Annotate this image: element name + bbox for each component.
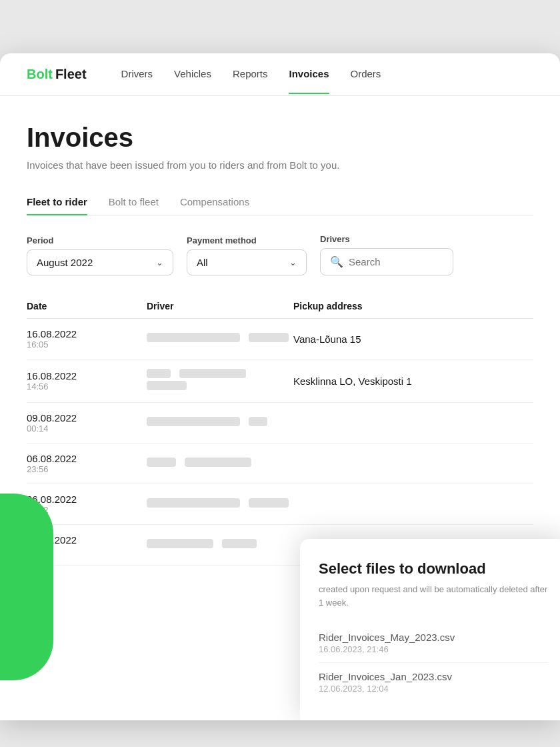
col-pickup: Pickup address [293,301,533,311]
navigation: Bolt Fleet Drivers Vehicles Reports Invo… [0,53,560,96]
table-row[interactable]: 09.08.2022 00:14 [27,403,533,444]
payment-chevron-icon: ⌄ [289,257,297,267]
row-date: 16.08.2022 16:05 [27,328,147,349]
row-date: 16.08.2022 14:56 [27,370,147,392]
table-row[interactable]: 06.08.2022 23:56 [27,444,533,484]
drivers-filter-label: Drivers [320,234,453,244]
drivers-search-input[interactable] [349,256,429,267]
date-time: 16:05 [27,339,147,349]
table-row[interactable]: 06.08.2022 21:22 [27,484,533,525]
page-title: Invoices [27,123,533,153]
search-icon: 🔍 [330,255,343,268]
popup-file-date: 16.06.2023, 21:46 [319,644,548,654]
popup-title: Select files to download [319,560,548,578]
drivers-search-box: 🔍 [320,248,453,275]
driver-blur-2 [222,539,257,548]
logo: Bolt Fleet [27,67,87,82]
date-time: 00:14 [27,424,147,434]
date-time: 14:56 [27,382,147,392]
driver-blur [147,417,240,426]
row-date: 09.08.2022 00:14 [27,412,147,434]
driver-blur [147,458,176,467]
row-address: Vana-Lõuna 15 [293,333,533,345]
date-main: 16.08.2022 [27,370,147,382]
period-filter-group: Period August 2022 ⌄ [27,235,173,275]
driver-blur-3 [147,381,187,390]
driver-blur [147,539,213,548]
popup-file-name: Rider_Invoices_Jan_2023.csv [319,671,548,682]
driver-blur-2 [249,333,289,342]
driver-blur-2 [249,498,289,508]
download-popup: Select files to download created upon re… [300,539,560,720]
tab-compensations[interactable]: Compensations [180,189,249,215]
nav-items: Drivers Vehicles Reports Invoices Orders [121,55,533,94]
row-driver [147,458,293,470]
period-filter-select[interactable]: August 2022 ⌄ [27,249,173,275]
filters: Period August 2022 ⌄ Payment method All … [27,234,533,275]
row-date: 06.08.2022 23:56 [27,453,147,474]
table-header: Date Driver Pickup address [27,294,533,319]
driver-blur-2 [185,458,251,467]
col-driver: Driver [147,301,293,311]
green-blob-decoration [0,494,53,680]
nav-item-invoices[interactable]: Invoices [289,55,329,94]
date-main: 16.08.2022 [27,328,147,339]
driver-blur-2 [179,369,246,378]
page-subtitle: Invoices that have been issued from you … [27,159,533,171]
row-driver [147,539,293,551]
popup-file-item[interactable]: Rider_Invoices_May_2023.csv 16.06.2023, … [319,624,548,663]
row-address: Kesklinna LO, Veskiposti 1 [293,376,533,387]
payment-filter-label: Payment method [187,235,307,245]
payment-filter-group: Payment method All ⌄ [187,235,307,275]
popup-file-name: Rider_Invoices_May_2023.csv [319,632,548,643]
popup-file-item[interactable]: Rider_Invoices_Jan_2023.csv 12.06.2023, … [319,663,548,702]
period-filter-value: August 2022 [37,257,93,268]
date-main: 06.08.2022 [27,453,147,464]
logo-bolt: Bolt [27,67,53,82]
payment-filter-value: All [197,257,208,268]
drivers-filter-group: Drivers 🔍 [320,234,453,275]
nav-item-drivers[interactable]: Drivers [121,55,153,94]
main-content: Invoices Invoices that have been issued … [0,96,560,566]
driver-blur [147,369,171,378]
popup-file-date: 12.06.2023, 12:04 [319,684,548,694]
tab-bolt-to-fleet[interactable]: Bolt to fleet [109,189,159,215]
period-filter-label: Period [27,235,173,245]
payment-filter-select[interactable]: All ⌄ [187,249,307,275]
nav-item-reports[interactable]: Reports [233,55,268,94]
nav-item-orders[interactable]: Orders [351,55,381,94]
table-row[interactable]: 16.08.2022 14:56 Kesklinna LO, Veskipost… [27,359,533,403]
driver-blur [147,333,240,342]
row-driver [147,333,293,345]
row-driver [147,417,293,429]
nav-item-vehicles[interactable]: Vehicles [174,55,211,94]
popup-subtitle: created upon request and will be automat… [319,583,548,609]
tabs: Fleet to rider Bolt to fleet Compensatio… [27,189,533,215]
tab-fleet-to-rider[interactable]: Fleet to rider [27,189,87,215]
date-time: 23:56 [27,464,147,474]
date-main: 06.08.2022 [27,494,147,505]
row-driver [147,498,293,510]
app-window: Bolt Fleet Drivers Vehicles Reports Invo… [0,53,560,720]
date-main: 09.08.2022 [27,412,147,424]
period-chevron-icon: ⌄ [156,257,163,267]
row-driver [147,369,293,393]
driver-blur-2 [249,417,267,426]
table-row[interactable]: 16.08.2022 16:05 Vana-Lõuna 15 [27,319,533,359]
logo-fleet: Fleet [55,67,87,82]
driver-blur [147,498,240,508]
col-date: Date [27,301,147,311]
